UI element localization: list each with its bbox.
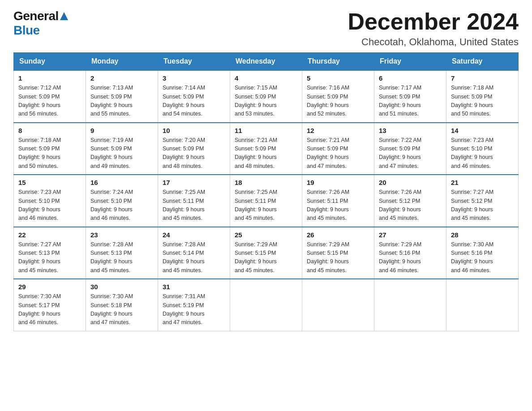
day-info: Sunrise: 7:22 AM Sunset: 5:09 PM Dayligh… <box>379 136 442 171</box>
day-number: 4 <box>235 74 297 82</box>
day-number: 18 <box>235 179 297 186</box>
day-info: Sunrise: 7:18 AM Sunset: 5:09 PM Dayligh… <box>451 84 514 119</box>
day-info: Sunrise: 7:27 AM Sunset: 5:13 PM Dayligh… <box>18 240 81 275</box>
day-number: 30 <box>90 283 153 291</box>
day-info: Sunrise: 7:30 AM Sunset: 5:18 PM Dayligh… <box>90 292 153 327</box>
day-info: Sunrise: 7:13 AM Sunset: 5:09 PM Dayligh… <box>90 84 153 119</box>
calendar-cell: 17 Sunrise: 7:25 AM Sunset: 5:11 PM Dayl… <box>158 175 230 227</box>
calendar-cell <box>446 279 519 331</box>
logo-triangle-icon <box>60 11 69 23</box>
day-info: Sunrise: 7:18 AM Sunset: 5:09 PM Dayligh… <box>18 136 81 171</box>
week-row-2: 8 Sunrise: 7:18 AM Sunset: 5:09 PM Dayli… <box>14 123 519 175</box>
day-number: 14 <box>451 127 514 134</box>
day-number: 17 <box>163 179 225 186</box>
week-row-1: 1 Sunrise: 7:12 AM Sunset: 5:09 PM Dayli… <box>14 70 519 123</box>
day-info: Sunrise: 7:30 AM Sunset: 5:16 PM Dayligh… <box>451 240 514 275</box>
day-number: 13 <box>379 127 442 134</box>
week-row-4: 22 Sunrise: 7:27 AM Sunset: 5:13 PM Dayl… <box>14 227 519 279</box>
day-number: 25 <box>235 231 297 239</box>
calendar-table: SundayMondayTuesdayWednesdayThursdayFrid… <box>13 52 519 331</box>
day-number: 22 <box>18 231 81 239</box>
day-number: 5 <box>307 74 369 82</box>
calendar-cell: 9 Sunrise: 7:19 AM Sunset: 5:09 PM Dayli… <box>86 123 158 175</box>
day-number: 16 <box>90 179 153 186</box>
calendar-cell: 10 Sunrise: 7:20 AM Sunset: 5:09 PM Dayl… <box>158 123 230 175</box>
day-info: Sunrise: 7:17 AM Sunset: 5:09 PM Dayligh… <box>379 84 442 119</box>
calendar-cell <box>302 279 374 331</box>
calendar-cell <box>374 279 446 331</box>
calendar-cell: 21 Sunrise: 7:27 AM Sunset: 5:12 PM Dayl… <box>446 175 519 227</box>
calendar-cell: 1 Sunrise: 7:12 AM Sunset: 5:09 PM Dayli… <box>14 70 86 123</box>
calendar-cell: 13 Sunrise: 7:22 AM Sunset: 5:09 PM Dayl… <box>374 123 446 175</box>
calendar-cell: 30 Sunrise: 7:30 AM Sunset: 5:18 PM Dayl… <box>86 279 158 331</box>
header-sunday: Sunday <box>14 53 86 71</box>
calendar-cell <box>230 279 302 331</box>
day-info: Sunrise: 7:23 AM Sunset: 5:10 PM Dayligh… <box>18 188 81 223</box>
day-number: 6 <box>379 74 442 82</box>
day-info: Sunrise: 7:25 AM Sunset: 5:11 PM Dayligh… <box>235 188 297 223</box>
day-info: Sunrise: 7:26 AM Sunset: 5:12 PM Dayligh… <box>379 188 442 223</box>
day-info: Sunrise: 7:21 AM Sunset: 5:09 PM Dayligh… <box>235 136 297 171</box>
day-info: Sunrise: 7:12 AM Sunset: 5:09 PM Dayligh… <box>18 84 81 119</box>
day-number: 3 <box>163 74 225 82</box>
calendar-cell: 18 Sunrise: 7:25 AM Sunset: 5:11 PM Dayl… <box>230 175 302 227</box>
day-number: 9 <box>90 127 153 134</box>
day-info: Sunrise: 7:29 AM Sunset: 5:16 PM Dayligh… <box>379 240 442 275</box>
month-title: December 2024 <box>348 9 519 34</box>
logo-blue-text: Blue <box>13 23 40 38</box>
day-info: Sunrise: 7:19 AM Sunset: 5:09 PM Dayligh… <box>90 136 153 171</box>
day-number: 29 <box>18 283 81 291</box>
calendar-cell: 24 Sunrise: 7:28 AM Sunset: 5:14 PM Dayl… <box>158 227 230 279</box>
day-info: Sunrise: 7:24 AM Sunset: 5:10 PM Dayligh… <box>90 188 153 223</box>
calendar-cell: 2 Sunrise: 7:13 AM Sunset: 5:09 PM Dayli… <box>86 70 158 123</box>
day-info: Sunrise: 7:30 AM Sunset: 5:17 PM Dayligh… <box>18 292 81 327</box>
calendar-cell: 4 Sunrise: 7:15 AM Sunset: 5:09 PM Dayli… <box>230 70 302 123</box>
calendar-cell: 19 Sunrise: 7:26 AM Sunset: 5:11 PM Dayl… <box>302 175 374 227</box>
day-info: Sunrise: 7:31 AM Sunset: 5:19 PM Dayligh… <box>163 292 225 327</box>
day-info: Sunrise: 7:20 AM Sunset: 5:09 PM Dayligh… <box>163 136 225 171</box>
calendar-cell: 27 Sunrise: 7:29 AM Sunset: 5:16 PM Dayl… <box>374 227 446 279</box>
day-info: Sunrise: 7:29 AM Sunset: 5:15 PM Dayligh… <box>235 240 297 275</box>
svg-marker-0 <box>60 12 68 20</box>
calendar-cell: 29 Sunrise: 7:30 AM Sunset: 5:17 PM Dayl… <box>14 279 86 331</box>
day-number: 26 <box>307 231 369 239</box>
day-info: Sunrise: 7:26 AM Sunset: 5:11 PM Dayligh… <box>307 188 369 223</box>
calendar-cell: 15 Sunrise: 7:23 AM Sunset: 5:10 PM Dayl… <box>14 175 86 227</box>
day-info: Sunrise: 7:21 AM Sunset: 5:09 PM Dayligh… <box>307 136 369 171</box>
week-row-3: 15 Sunrise: 7:23 AM Sunset: 5:10 PM Dayl… <box>14 175 519 227</box>
header-saturday: Saturday <box>446 53 519 71</box>
day-info: Sunrise: 7:15 AM Sunset: 5:09 PM Dayligh… <box>235 84 297 119</box>
day-number: 10 <box>163 127 225 134</box>
day-number: 21 <box>451 179 514 186</box>
day-number: 24 <box>163 231 225 239</box>
day-number: 15 <box>18 179 81 186</box>
day-info: Sunrise: 7:23 AM Sunset: 5:10 PM Dayligh… <box>451 136 514 171</box>
day-info: Sunrise: 7:16 AM Sunset: 5:09 PM Dayligh… <box>307 84 369 119</box>
day-info: Sunrise: 7:14 AM Sunset: 5:09 PM Dayligh… <box>163 84 225 119</box>
day-number: 28 <box>451 231 514 239</box>
calendar-cell: 14 Sunrise: 7:23 AM Sunset: 5:10 PM Dayl… <box>446 123 519 175</box>
calendar-cell: 12 Sunrise: 7:21 AM Sunset: 5:09 PM Dayl… <box>302 123 374 175</box>
day-number: 23 <box>90 231 153 239</box>
week-row-5: 29 Sunrise: 7:30 AM Sunset: 5:17 PM Dayl… <box>14 279 519 331</box>
calendar-cell: 25 Sunrise: 7:29 AM Sunset: 5:15 PM Dayl… <box>230 227 302 279</box>
title-block: December 2024 Checotah, Oklahoma, United… <box>348 9 519 48</box>
calendar-cell: 20 Sunrise: 7:26 AM Sunset: 5:12 PM Dayl… <box>374 175 446 227</box>
logo-general-text: General <box>13 9 59 23</box>
logo: General Blue <box>13 9 69 38</box>
day-info: Sunrise: 7:28 AM Sunset: 5:14 PM Dayligh… <box>163 240 225 275</box>
header-monday: Monday <box>86 53 158 71</box>
calendar-cell: 31 Sunrise: 7:31 AM Sunset: 5:19 PM Dayl… <box>158 279 230 331</box>
calendar-cell: 8 Sunrise: 7:18 AM Sunset: 5:09 PM Dayli… <box>14 123 86 175</box>
calendar-cell: 7 Sunrise: 7:18 AM Sunset: 5:09 PM Dayli… <box>446 70 519 123</box>
day-number: 8 <box>18 127 81 134</box>
day-info: Sunrise: 7:27 AM Sunset: 5:12 PM Dayligh… <box>451 188 514 223</box>
day-info: Sunrise: 7:29 AM Sunset: 5:15 PM Dayligh… <box>307 240 369 275</box>
day-number: 2 <box>90 74 153 82</box>
day-number: 31 <box>163 283 225 291</box>
header-tuesday: Tuesday <box>158 53 230 71</box>
page-header: General Blue December 2024 Checotah, Okl… <box>13 9 519 48</box>
calendar-header-row: SundayMondayTuesdayWednesdayThursdayFrid… <box>14 53 519 71</box>
calendar-cell: 22 Sunrise: 7:27 AM Sunset: 5:13 PM Dayl… <box>14 227 86 279</box>
day-number: 7 <box>451 74 514 82</box>
